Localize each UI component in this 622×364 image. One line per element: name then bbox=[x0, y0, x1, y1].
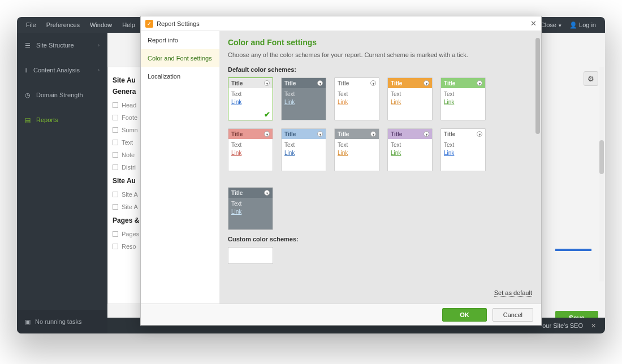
box-icon bbox=[113, 192, 118, 197]
scheme-text-label: Text bbox=[338, 90, 376, 98]
scheme-link-label: Link bbox=[444, 149, 482, 157]
scheme-header: Title▾ bbox=[228, 78, 273, 88]
tasks-icon: ▣ bbox=[25, 318, 31, 326]
box-icon bbox=[113, 127, 118, 133]
scheme-text-label: Text bbox=[284, 90, 323, 98]
chevron-right-icon: › bbox=[98, 42, 100, 48]
scheme-text-label: Text bbox=[284, 141, 323, 149]
scheme-link-label: Link bbox=[391, 98, 429, 106]
custom-scheme-placeholder[interactable] bbox=[228, 247, 273, 264]
ok-button[interactable]: OK bbox=[442, 308, 487, 322]
dropdown-icon[interactable]: ▾ bbox=[370, 131, 376, 137]
chevron-right-icon: › bbox=[98, 67, 100, 73]
content-description: Choose any of the color schemes for your… bbox=[228, 51, 533, 58]
sidebar-item-site-structure[interactable]: ☰Site Structure › bbox=[17, 33, 107, 58]
dropdown-icon[interactable]: ▾ bbox=[477, 80, 482, 86]
default-schemes-label: Default color schemes: bbox=[228, 66, 533, 73]
scheme-text-label: Text bbox=[231, 141, 270, 149]
cancel-button[interactable]: Cancel bbox=[493, 308, 533, 322]
scheme-text-label: Text bbox=[338, 141, 376, 149]
scheme-link-label: Link bbox=[284, 149, 323, 157]
scheme-header: Title▾ bbox=[282, 78, 326, 88]
footer-text: our Site's SEO bbox=[542, 322, 583, 329]
scrollbar-thumb[interactable] bbox=[535, 38, 540, 134]
custom-schemes-label: Custom color schemes: bbox=[228, 236, 533, 242]
scheme-header: Title▾ bbox=[228, 188, 273, 198]
color-scheme-card[interactable]: Title▾TextLink bbox=[228, 128, 273, 171]
dropdown-icon[interactable]: ▾ bbox=[264, 131, 270, 137]
checkmark-icon: ✔ bbox=[264, 110, 270, 119]
color-scheme-card[interactable]: Title▾TextLink bbox=[334, 77, 379, 120]
sidebar-item-reports[interactable]: ▤Reports bbox=[17, 107, 107, 132]
scheme-header: Title▾ bbox=[335, 129, 379, 139]
tasks-status: ▣ No running tasks bbox=[17, 310, 107, 333]
color-scheme-card[interactable]: Title▾TextLink bbox=[440, 128, 486, 171]
scheme-body: TextLink bbox=[282, 139, 326, 159]
sidebar-item-content-analysis[interactable]: ⫴Content Analysis › bbox=[17, 58, 107, 83]
report-settings-dialog: ✓ Report Settings ✕ Report info Color an… bbox=[140, 16, 542, 326]
sidebar-item-domain-strength[interactable]: ◷Domain Strength bbox=[17, 83, 107, 107]
scheme-link-label: Link bbox=[231, 149, 270, 157]
login-label: Log in bbox=[579, 21, 596, 28]
scheme-body: TextLink bbox=[282, 88, 326, 109]
scheme-link-label: Link bbox=[444, 98, 482, 106]
box-icon bbox=[113, 102, 118, 108]
dropdown-icon[interactable]: ▾ bbox=[264, 80, 270, 86]
close-icon[interactable]: ✕ bbox=[530, 19, 537, 28]
menu-window[interactable]: Window bbox=[90, 21, 112, 28]
scheme-body: TextLink bbox=[388, 88, 432, 109]
color-scheme-card[interactable]: Title▾TextLink bbox=[387, 128, 433, 171]
panel-row-label: Note bbox=[122, 151, 135, 158]
menu-file[interactable]: File bbox=[26, 21, 36, 28]
settings-gear-button[interactable]: ⚙ bbox=[584, 71, 598, 86]
content-heading: Color and Font settings bbox=[228, 38, 533, 47]
scheme-link-label: Link bbox=[338, 98, 376, 106]
menu-preferences[interactable]: Preferences bbox=[46, 21, 80, 28]
set-as-default-link[interactable]: Set as default bbox=[494, 289, 532, 297]
scheme-text-label: Text bbox=[231, 90, 270, 98]
box-icon bbox=[113, 152, 118, 158]
menu-help[interactable]: Help bbox=[122, 21, 135, 28]
tab-localization[interactable]: Localization bbox=[141, 67, 219, 85]
vertical-scrollbar[interactable] bbox=[599, 67, 604, 281]
scheme-title-label: Title bbox=[284, 131, 296, 137]
login-link[interactable]: 👤 Log in bbox=[569, 21, 596, 29]
scrollbar-thumb[interactable] bbox=[599, 140, 604, 174]
tab-color-font[interactable]: Color and Font settings bbox=[141, 49, 219, 67]
color-scheme-card[interactable]: Title▾TextLink bbox=[281, 128, 326, 171]
scheme-link-label: Link bbox=[284, 98, 323, 106]
gauge-icon: ◷ bbox=[25, 92, 31, 99]
color-scheme-card[interactable]: Title▾TextLink bbox=[334, 128, 379, 171]
sidebar-label: Content Analysis bbox=[33, 67, 80, 73]
dropdown-icon[interactable]: ▾ bbox=[317, 131, 323, 137]
close-dropdown[interactable]: Close bbox=[541, 21, 561, 28]
dropdown-icon[interactable]: ▾ bbox=[477, 131, 482, 137]
report-icon: ▤ bbox=[25, 116, 31, 124]
dropdown-icon[interactable]: ▾ bbox=[264, 190, 270, 196]
color-scheme-card[interactable]: Title▾TextLink bbox=[440, 77, 486, 120]
scheme-link-label: Link bbox=[231, 208, 270, 216]
close-icon[interactable]: ✕ bbox=[591, 322, 596, 330]
panel-row-label: Foote bbox=[122, 114, 137, 121]
scheme-title-label: Title bbox=[338, 80, 349, 86]
color-scheme-card[interactable]: Title▾TextLink bbox=[228, 187, 273, 230]
sidebar-label: Domain Strength bbox=[36, 92, 83, 98]
color-scheme-card[interactable]: Title▾TextLink bbox=[281, 77, 326, 120]
scheme-header: Title▾ bbox=[388, 129, 432, 139]
dropdown-icon[interactable]: ▾ bbox=[317, 80, 323, 86]
box-icon bbox=[113, 140, 118, 145]
dialog-content: Color and Font settings Choose any of th… bbox=[220, 31, 541, 304]
panel-row-label: Reso bbox=[122, 243, 136, 250]
color-scheme-card[interactable]: Title▾TextLink bbox=[387, 77, 433, 120]
scheme-header: Title▾ bbox=[388, 78, 432, 88]
dialog-scrollbar[interactable] bbox=[535, 38, 540, 297]
color-scheme-card[interactable]: Title▾TextLink✔ bbox=[228, 77, 273, 120]
dropdown-icon[interactable]: ▾ bbox=[424, 131, 429, 137]
scheme-title-label: Title bbox=[338, 131, 349, 137]
dropdown-icon[interactable]: ▾ bbox=[424, 80, 429, 86]
dropdown-icon[interactable]: ▾ bbox=[370, 80, 376, 86]
scheme-body: TextLink bbox=[228, 88, 273, 109]
tab-report-info[interactable]: Report info bbox=[141, 31, 219, 49]
scheme-body: TextLink bbox=[388, 139, 432, 159]
dialog-nav: Report info Color and Font settings Loca… bbox=[141, 31, 220, 304]
